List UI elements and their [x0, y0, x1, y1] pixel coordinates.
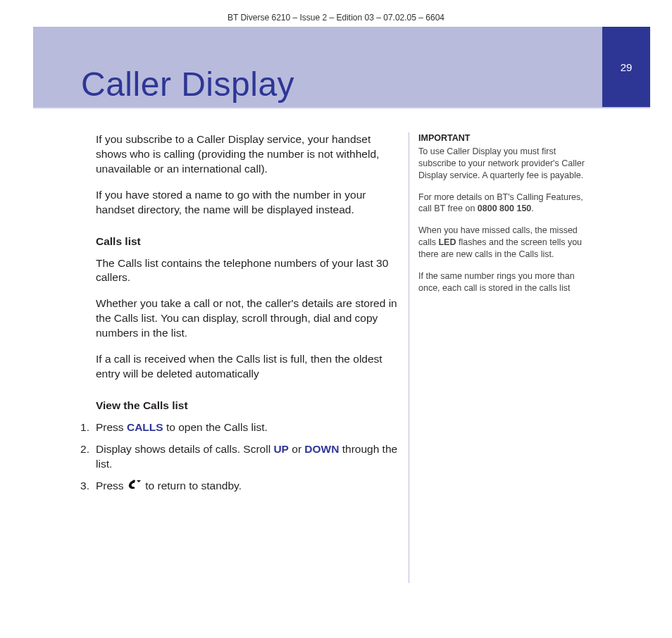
steps-list: Press CALLS to open the Calls list. Disp… — [96, 420, 399, 494]
keyword-led: LED — [438, 237, 456, 247]
heading-view-calls-list: View the Calls list — [96, 399, 399, 413]
heading-calls-list: Calls list — [96, 234, 399, 249]
step-text: Press — [96, 480, 127, 492]
calls-list-p3: If a call is received when the Calls lis… — [96, 352, 399, 382]
column-divider — [409, 132, 409, 583]
document-header: BT Diverse 6210 – Issue 2 – Edition 03 –… — [0, 13, 672, 23]
important-heading: IMPORTANT — [418, 132, 595, 144]
sidebar-same-number: If the same number rings you more than o… — [418, 270, 595, 294]
phone-number: 0800 800 150 — [478, 204, 531, 213]
step-3: Press to return to standby. — [96, 479, 399, 494]
page-title: Caller Display — [81, 65, 294, 104]
step-2: Display shows details of calls. Scroll U… — [96, 442, 399, 472]
sidebar-missed-calls: When you have missed calls, the missed c… — [418, 225, 595, 261]
step-text: or — [289, 443, 304, 455]
page-number: 29 — [621, 61, 633, 73]
step-text: to return to standby. — [142, 480, 242, 492]
sidebar-column: IMPORTANT To use Caller Display you must… — [418, 132, 595, 304]
sidebar-more-details: For more details on BT's Calling Feature… — [418, 192, 595, 215]
keyword-down: DOWN — [304, 443, 339, 455]
keyword-up: UP — [273, 443, 289, 455]
important-body: To use Caller Display you must first sub… — [418, 146, 595, 182]
step-text: Press — [96, 421, 127, 433]
step-text: to open the Calls list. — [163, 421, 268, 433]
intro-paragraph-1: If you subscribe to a Caller Display ser… — [96, 132, 399, 177]
intro-paragraph-2: If you have stored a name to go with the… — [96, 188, 399, 218]
sidebar-text: . — [531, 204, 533, 213]
keyword-calls: CALLS — [127, 421, 163, 433]
calls-list-p2: Whether you take a call or not, the call… — [96, 296, 399, 341]
step-1: Press CALLS to open the Calls list. — [96, 420, 399, 435]
main-column: If you subscribe to a Caller Display ser… — [96, 132, 399, 501]
calls-list-p1: The Calls list contains the telephone nu… — [96, 256, 399, 286]
page-number-badge: 29 — [602, 27, 650, 107]
step-text: Display shows details of calls. Scroll — [96, 443, 273, 455]
phone-handset-icon — [127, 479, 142, 494]
title-underline — [33, 107, 650, 108]
